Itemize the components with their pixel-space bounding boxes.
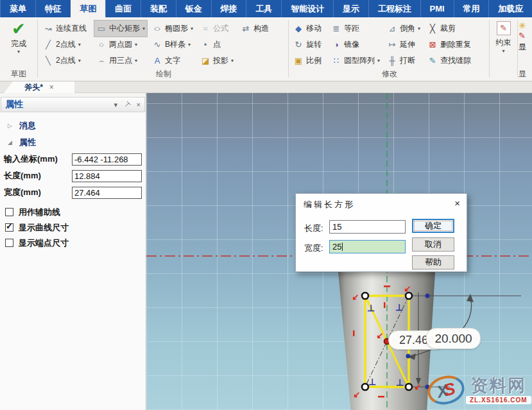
pencil-icon[interactable]: ✎ xyxy=(519,31,532,40)
menu-tab[interactable]: 加载应 xyxy=(488,0,532,17)
ribbon-item[interactable]: ≣ 等距 xyxy=(329,21,382,37)
ribbon-item[interactable]: ╫ 打断 xyxy=(385,53,422,69)
constraint-mark-icon: ↙ xyxy=(354,389,361,399)
vertex-handle[interactable] xyxy=(406,384,412,390)
dropdown-arrow-icon[interactable]: ▾ xyxy=(231,58,234,64)
chevron-down-icon[interactable]: ▾ xyxy=(114,101,117,109)
property-input[interactable]: 27.464 xyxy=(72,187,142,199)
ribbon-item[interactable]: ⇄ 构造 xyxy=(239,21,273,37)
ribbon-item[interactable]: ↝ 连续直线 xyxy=(41,21,91,37)
menu-tab[interactable]: 特征 xyxy=(35,0,71,17)
vertex-handle[interactable] xyxy=(406,293,412,299)
ribbon-item[interactable]: ▭ 中心矩形 ▾ xyxy=(94,21,147,37)
perpendicular-constraint-icon: ⊥ xyxy=(396,377,404,388)
dropdown-arrow-icon[interactable]: ▾ xyxy=(135,42,137,47)
checkbox[interactable]: ✓ xyxy=(5,223,13,232)
ribbon-item-icon: ≈ xyxy=(200,24,210,33)
ribbon-item-icon: ∷ xyxy=(331,56,341,65)
document-tab[interactable]: 斧头* × xyxy=(4,81,74,93)
ribbon-item[interactable]: ∷ 圆型阵列 ▾ xyxy=(329,53,382,69)
dropdown-arrow-icon[interactable]: ▾ xyxy=(188,42,191,47)
ribbon-item[interactable]: ▣ 比例 xyxy=(291,53,326,69)
menu-tab[interactable]: 智能设计 xyxy=(281,0,333,17)
menu-tab[interactable]: 草图 xyxy=(71,0,106,17)
cancel-button[interactable]: 取消 xyxy=(412,237,454,252)
ribbon-item[interactable]: ↦ 延伸 xyxy=(385,37,422,53)
panel-section-header[interactable]: ▷ 消息 xyxy=(4,117,142,134)
dropdown-arrow-icon[interactable]: ▾ xyxy=(78,42,81,47)
finish-check-icon[interactable]: ✔ xyxy=(0,19,37,38)
ribbon-item-icon: ○ xyxy=(96,40,107,49)
panel-section-header[interactable]: ◢ 属性 xyxy=(4,134,142,151)
menu-tab[interactable]: 工具 xyxy=(246,0,281,17)
help-button[interactable]: 帮助 xyxy=(412,255,454,269)
ribbon-item[interactable]: ≈ 公式 xyxy=(198,21,236,37)
dropdown-arrow-icon[interactable]: ▾ xyxy=(191,26,193,31)
close-icon[interactable]: × xyxy=(137,101,141,108)
dimension-label[interactable]: 20.000 xyxy=(426,328,481,349)
ribbon-item[interactable]: ╱ 2点线 ▾ xyxy=(41,37,91,53)
ribbon-item[interactable]: ∿ B样条 ▾ xyxy=(150,37,195,53)
pin-icon[interactable]: ⊤ xyxy=(122,99,132,110)
length-input[interactable]: 15 xyxy=(329,220,406,234)
ribbon-item[interactable]: ⊠ 删除重复 xyxy=(425,37,476,53)
ribbon-group-constraint[interactable]: ✎ 约束 ▾ xyxy=(490,17,517,81)
dropdown-arrow-icon[interactable]: ▾ xyxy=(490,48,517,54)
constraint-point[interactable] xyxy=(425,294,430,298)
star-icon[interactable]: ✳ xyxy=(519,21,532,31)
property-input[interactable]: 12.884 xyxy=(72,170,142,182)
length-label: 长度: xyxy=(304,223,323,234)
ribbon-item[interactable]: ◆ 移动 xyxy=(291,21,326,37)
expander-icon[interactable]: ◢ xyxy=(8,139,14,146)
ribbon-item[interactable]: ⊿ 倒角 ▾ xyxy=(385,21,422,37)
constraint-point[interactable] xyxy=(406,354,411,359)
menu-tab[interactable]: 钣金 xyxy=(176,0,211,17)
ribbon-group-label: 修改 xyxy=(290,69,489,80)
ribbon-item[interactable]: ↻ 旋转 xyxy=(291,37,326,53)
ribbon-item[interactable]: ◑ 镜像 xyxy=(329,37,382,53)
checkbox-row[interactable]: ✓ 显示端点尺寸 xyxy=(4,235,142,250)
menu-tab[interactable]: 显示 xyxy=(333,0,368,17)
menu-tab[interactable]: 焊接 xyxy=(211,0,246,17)
ribbon-item[interactable]: ╳ 裁剪 xyxy=(425,21,476,37)
menu-tab[interactable]: PMI xyxy=(420,0,454,17)
ribbon-item[interactable]: ✎ 查找缝隙 xyxy=(425,53,476,69)
close-icon[interactable]: × xyxy=(49,83,54,92)
dropdown-arrow-icon[interactable]: ▾ xyxy=(0,49,37,55)
ribbon-item[interactable]: ╲ 2点线 ▾ xyxy=(41,53,91,69)
ok-button[interactable]: 确定 xyxy=(412,219,454,233)
dropdown-arrow-icon[interactable]: ▾ xyxy=(78,58,81,64)
vertex-handle[interactable] xyxy=(362,293,368,299)
dropdown-arrow-icon[interactable]: ▾ xyxy=(135,58,137,64)
vertex-handle[interactable] xyxy=(362,384,368,390)
ribbon-item[interactable]: ○ 两点圆 ▾ xyxy=(94,37,147,53)
menu-tab[interactable]: 曲面 xyxy=(105,0,141,17)
ribbon-item[interactable]: A 文字 xyxy=(150,53,195,69)
dropdown-arrow-icon[interactable]: ▾ xyxy=(142,26,145,31)
checkbox[interactable]: ✓ xyxy=(5,208,13,216)
ribbon-group-display: ✳ ✎ 显 显 xyxy=(519,17,532,81)
dropdown-arrow-icon[interactable]: ▾ xyxy=(377,58,380,64)
constraint-mark-icon: ↙ xyxy=(404,284,411,293)
menu-tab[interactable]: 工程标注 xyxy=(368,0,420,17)
width-input[interactable]: 25 xyxy=(329,240,406,253)
ribbon-group-label: 草图 xyxy=(0,69,37,80)
checkbox-row[interactable]: ✓ 显示曲线尺寸 xyxy=(4,220,142,235)
menu-tab[interactable]: 菜单 xyxy=(0,0,35,17)
perpendicular-constraint-icon: ⊥ xyxy=(395,302,403,312)
finish-button[interactable]: 完成 xyxy=(0,38,37,49)
property-input[interactable]: -6.442 -11.268 xyxy=(72,153,142,166)
ribbon-item[interactable]: ⌢ 用三点 ▾ xyxy=(94,53,147,69)
close-icon[interactable]: × xyxy=(454,198,460,209)
expander-icon[interactable]: ▷ xyxy=(8,123,14,129)
ribbon-item-icon: A xyxy=(152,56,162,65)
watermark: XS 资料网 ZL.XS1616.COM xyxy=(427,372,532,409)
checkbox-row[interactable]: ✓ 用作辅助线 xyxy=(4,205,142,219)
ribbon-item[interactable]: • 点 xyxy=(198,37,236,53)
dropdown-arrow-icon[interactable]: ▾ xyxy=(418,26,420,31)
menu-tab[interactable]: 装配 xyxy=(141,0,176,17)
menu-tab[interactable]: 常用 xyxy=(454,0,489,17)
ribbon-item[interactable]: ○ 椭圆形 ▾ xyxy=(150,21,195,37)
ribbon-item[interactable]: ◪ 投影 ▾ xyxy=(198,53,236,69)
checkbox[interactable]: ✓ xyxy=(5,239,13,247)
